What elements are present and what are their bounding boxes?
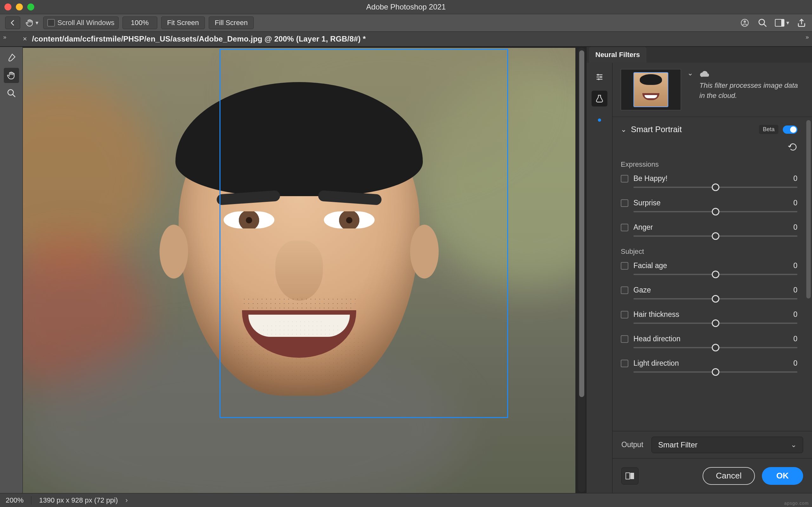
- slider-knob[interactable]: [712, 183, 719, 191]
- zoom-tool[interactable]: [4, 86, 19, 101]
- track-be-happy[interactable]: [633, 187, 798, 188]
- workspace-switcher[interactable]: ▾: [775, 17, 789, 28]
- main-area: Neural Filters ⌄: [0, 47, 812, 493]
- back-button[interactable]: [5, 16, 20, 29]
- value-be-happy: 0: [793, 174, 798, 183]
- label-hair: Hair thickness: [633, 310, 788, 319]
- filter-beta-icon[interactable]: [592, 91, 607, 107]
- face-thumbnail[interactable]: [621, 69, 681, 110]
- output-select[interactable]: Smart Filter ⌄: [652, 437, 803, 453]
- slider-knob[interactable]: [712, 208, 719, 216]
- filter-settings[interactable]: ⌄ Smart Portrait Beta Expressions: [612, 117, 806, 431]
- face-selection-box[interactable]: [219, 49, 508, 418]
- preview-toggle-button[interactable]: [621, 467, 639, 485]
- label-light: Light direction: [633, 359, 788, 368]
- slider-knob[interactable]: [712, 271, 719, 278]
- svg-point-1: [744, 20, 746, 23]
- slider-surprise: Surprise0: [621, 199, 798, 212]
- action-row: Cancel OK: [612, 458, 812, 493]
- output-row: Output Smart Filter ⌄: [612, 431, 812, 458]
- neural-filters-panel: Neural Filters ⌄: [586, 47, 812, 493]
- filter-active-indicator: [592, 112, 607, 128]
- hand-tool-indicator[interactable]: ▾: [24, 16, 39, 29]
- chevron-down-icon[interactable]: ⌄: [687, 69, 693, 77]
- expand-right-icon[interactable]: »: [806, 34, 809, 41]
- track-light[interactable]: [633, 372, 798, 373]
- filter-category-column: [587, 63, 612, 493]
- value-surprise: 0: [793, 199, 798, 207]
- close-tab-button[interactable]: ×: [23, 35, 27, 43]
- checkbox-light[interactable]: [621, 360, 628, 367]
- slider-knob[interactable]: [712, 344, 719, 351]
- label-anger: Anger: [633, 223, 788, 232]
- slider-knob[interactable]: [712, 368, 719, 376]
- slider-knob[interactable]: [712, 320, 719, 327]
- slider-be-happy: Be Happy!0: [621, 174, 798, 188]
- watermark: apsgo.com: [784, 501, 809, 506]
- fill-screen-button[interactable]: Fill Screen: [209, 16, 254, 29]
- chevron-down-icon: ▾: [36, 19, 38, 26]
- chevron-down-icon[interactable]: ⌄: [621, 125, 626, 134]
- document-canvas[interactable]: [23, 48, 575, 493]
- checkbox-hair[interactable]: [621, 311, 628, 319]
- checkbox-anger[interactable]: [621, 224, 628, 231]
- chevron-down-icon: ⌄: [791, 441, 797, 449]
- value-light: 0: [793, 359, 798, 368]
- slider-knob[interactable]: [712, 295, 719, 302]
- canvas-scrollbar[interactable]: [578, 48, 585, 492]
- status-bar: 200% 1390 px x 928 px (72 ppi) ›: [0, 493, 812, 507]
- checkbox-be-happy[interactable]: [621, 175, 628, 182]
- ok-button[interactable]: OK: [762, 467, 803, 485]
- hand-tool[interactable]: [4, 68, 19, 83]
- track-gaze[interactable]: [633, 298, 798, 299]
- panel-tab-bar: Neural Filters: [587, 47, 812, 63]
- cloud-sync-icon[interactable]: [740, 17, 750, 28]
- slider-head-direction: Head direction0: [621, 335, 798, 348]
- expand-left-icon[interactable]: »: [3, 34, 6, 41]
- svg-point-8: [598, 78, 599, 80]
- blue-dot-icon: [598, 118, 601, 122]
- scroll-all-windows-checkbox[interactable]: Scroll All Windows: [43, 16, 119, 29]
- svg-rect-9: [626, 473, 629, 479]
- zoom-level-field[interactable]: 100%: [122, 16, 157, 29]
- value-facial-age: 0: [793, 262, 798, 270]
- document-tab-title[interactable]: /content/dam/ccfirstmile/PHSP/en_US/asse…: [32, 35, 366, 43]
- svg-point-6: [597, 74, 599, 75]
- filter-adjustments-icon[interactable]: [592, 69, 607, 85]
- track-facial-age[interactable]: [633, 274, 798, 275]
- fill-screen-label: Fill Screen: [215, 19, 248, 27]
- cancel-button[interactable]: Cancel: [703, 467, 755, 485]
- status-menu-chevron[interactable]: ›: [125, 496, 128, 504]
- search-icon[interactable]: [757, 17, 768, 28]
- svg-rect-4: [781, 19, 784, 26]
- tab-neural-filters[interactable]: Neural Filters: [589, 47, 647, 63]
- beta-badge: Beta: [759, 125, 778, 134]
- filter-name: Smart Portrait: [631, 124, 755, 134]
- reset-button[interactable]: [788, 143, 798, 151]
- track-hair[interactable]: [633, 323, 798, 324]
- canvas-area[interactable]: [23, 47, 586, 493]
- panel-scrollbar[interactable]: [806, 120, 811, 428]
- brush-tool[interactable]: [4, 50, 19, 65]
- slider-light-direction: Light direction0: [621, 359, 798, 373]
- status-zoom[interactable]: 200%: [6, 496, 23, 504]
- document-tab-bar: × /content/dam/ccfirstmile/PHSP/en_US/as…: [0, 32, 812, 47]
- checkbox-gaze[interactable]: [621, 286, 628, 294]
- checkbox-facial-age[interactable]: [621, 262, 628, 270]
- cloud-message-text: This filter processes image data in the …: [699, 81, 798, 100]
- chevron-left-icon: [9, 19, 16, 26]
- share-icon[interactable]: [796, 17, 807, 28]
- slider-knob[interactable]: [712, 232, 719, 240]
- checkbox-head[interactable]: [621, 335, 628, 343]
- filter-header: ⌄ This filter processes image data in th…: [612, 63, 812, 117]
- track-anger[interactable]: [633, 235, 798, 237]
- track-surprise[interactable]: [633, 211, 798, 212]
- section-expressions: Expressions: [621, 160, 798, 169]
- checkbox-surprise[interactable]: [621, 199, 628, 207]
- tool-strip: [0, 47, 23, 493]
- filter-title-row: ⌄ Smart Portrait Beta: [621, 124, 798, 134]
- track-head[interactable]: [633, 347, 798, 348]
- filter-enable-toggle[interactable]: [783, 125, 798, 134]
- fit-screen-button[interactable]: Fit Screen: [161, 16, 205, 29]
- undo-icon: [788, 143, 798, 151]
